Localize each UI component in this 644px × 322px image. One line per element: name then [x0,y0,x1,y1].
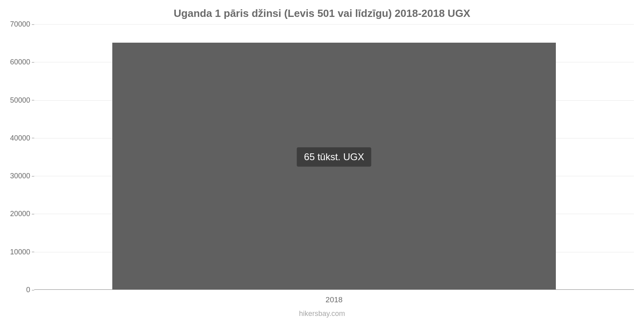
chart-title: Uganda 1 pāris džinsi (Levis 501 vai līd… [0,7,644,20]
grid-line [34,24,634,25]
source-attribution: hikersbay.com [0,310,644,318]
x-tick-label: 2018 [326,295,343,304]
y-tick-label: 50000 [6,96,30,104]
y-tick-label: 40000 [6,134,30,142]
x-axis [34,289,634,290]
y-tick-label: 30000 [6,172,30,180]
y-tick-label: 10000 [6,248,30,256]
y-tick-label: 60000 [6,58,30,66]
plot-area: 010000200003000040000500006000070000 201… [34,24,634,290]
y-tick-label: 20000 [6,210,30,218]
data-label-tooltip: 65 tūkst. UGX [297,147,371,167]
y-tick-label: 70000 [6,20,30,29]
y-tick-label: 0 [6,286,30,294]
